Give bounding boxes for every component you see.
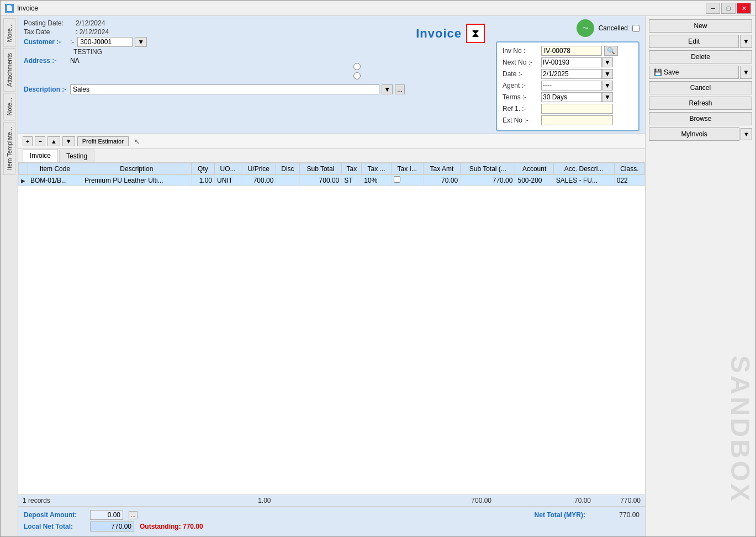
inv-search-btn[interactable]: 🔍 (604, 46, 618, 56)
col-item-code: Item Code (28, 163, 82, 175)
left-sidebar: More... Attachments Note... Item Templat… (1, 16, 18, 536)
customer-name: TESTING (24, 48, 405, 56)
sidebar-tab-item-template[interactable]: Item Template... (3, 122, 15, 175)
deposit-input[interactable] (90, 510, 123, 520)
tabs-row: Invoice Testing (18, 149, 645, 163)
col-uprice: U/Price (241, 163, 276, 175)
edit-dropdown-btn[interactable]: ▼ (740, 35, 752, 48)
agent-input[interactable] (541, 81, 602, 91)
records-count: 1 records (23, 497, 50, 504)
save-label: Save (664, 68, 679, 76)
footer-subtotal: 700.00 (447, 497, 491, 504)
sandbox-watermark: SANDBOX (725, 355, 755, 503)
agent-dropdown[interactable]: ▼ (602, 81, 613, 91)
sidebar-tab-note[interactable]: Note... (3, 93, 15, 120)
move-down-button[interactable]: ▼ (62, 136, 75, 146)
tax-inclusive-check[interactable] (394, 176, 400, 183)
col-description: Description (82, 163, 191, 175)
ref1-input[interactable] (541, 104, 613, 114)
tab-testing[interactable]: Testing (59, 150, 94, 162)
deposit-more-btn[interactable]: ... (129, 511, 138, 519)
next-no-dropdown[interactable]: ▼ (602, 57, 613, 67)
save-button[interactable]: 💾 Save (649, 66, 739, 79)
hourglass-icon: ⧗ (472, 27, 479, 39)
inv-no-row: Inv No : 🔍 (503, 46, 633, 56)
hourglass-button[interactable]: ⧗ (466, 24, 485, 43)
form-center: Invoice ⧗ (416, 19, 485, 43)
cancelled-checkbox[interactable] (632, 25, 639, 32)
close-button[interactable]: ✕ (737, 3, 751, 14)
new-button[interactable]: New (649, 19, 752, 33)
edit-button[interactable]: Edit (649, 35, 739, 48)
maximize-button[interactable]: □ (721, 3, 736, 14)
tax-date-value: : 2/12/2024 (76, 28, 109, 36)
net-total-label: Net Total (MYR): (535, 511, 585, 519)
right-panel: New Edit ▼ Delete 💾 Save ▼ Cancel Refres… (645, 16, 755, 536)
move-up-button[interactable]: ▲ (47, 136, 60, 146)
tab-invoice[interactable]: Invoice (23, 149, 58, 162)
address-label: Address :- (24, 57, 68, 65)
profit-estimator-button[interactable]: Profit Estimator (77, 136, 129, 146)
inv-no-input[interactable] (541, 46, 602, 56)
delete-button[interactable]: Delete (649, 50, 752, 63)
customer-dropdown-btn[interactable]: ▼ (135, 37, 147, 47)
radio-2[interactable] (353, 72, 361, 79)
myinvois-dropdown[interactable]: ▼ (741, 128, 752, 140)
share-icon: ⤳ (583, 24, 588, 32)
sidebar-tab-attachments[interactable]: Attachments (3, 48, 15, 92)
browse-button[interactable]: Browse (649, 112, 752, 125)
desc-more-btn[interactable]: ... (395, 84, 405, 94)
table-container[interactable]: Item Code Description Qty UO... U/Price … (18, 163, 645, 495)
outstanding-value: 770.00 (183, 523, 203, 530)
customer-code-input[interactable] (77, 37, 133, 47)
form-header: Posting Date: 2/12/2024 Tax Date : 2/12/… (18, 16, 645, 134)
save-dropdown-btn[interactable]: ▼ (740, 66, 752, 79)
share-cancelled-row: ⤳ Cancelled (577, 19, 639, 37)
col-arrow (19, 163, 28, 175)
row-arrow-icon: ▶ (21, 178, 25, 184)
description-input[interactable] (70, 84, 379, 94)
address-space (24, 66, 405, 82)
refresh-button[interactable]: Refresh (649, 97, 752, 110)
footer-bar: 1 records 1.00 700.00 70.00 770.00 (18, 495, 645, 506)
inv-date-input[interactable] (541, 69, 602, 79)
content-area: Posting Date: 2/12/2024 Tax Date : 2/12/… (18, 16, 645, 536)
cell-tax-pct: 10% (362, 175, 392, 186)
terms-row: Terms :- ▼ (503, 92, 633, 102)
col-subtotal: Sub Total (299, 163, 342, 175)
tax-date-label: Tax Date (24, 28, 73, 36)
table-header-row: Item Code Description Qty UO... U/Price … (19, 163, 645, 175)
remove-row-button[interactable]: − (35, 136, 45, 146)
col-disc: Disc (276, 163, 299, 175)
cell-uom: UNIT (214, 175, 241, 186)
ext-no-input[interactable] (541, 115, 613, 125)
minimize-button[interactable]: ─ (706, 3, 720, 14)
col-tax-i: Tax I... (391, 163, 423, 175)
form-top: Posting Date: 2/12/2024 Tax Date : 2/12/… (24, 19, 639, 131)
footer-grand: 770.00 (607, 497, 641, 504)
customer-row: Customer :- :- ▼ (24, 37, 405, 47)
sidebar-tab-more[interactable]: More... (3, 18, 15, 47)
date-dropdown[interactable]: ▼ (602, 69, 613, 79)
radio-1[interactable] (353, 63, 361, 70)
desc-dropdown-btn[interactable]: ▼ (382, 84, 393, 94)
terms-input[interactable] (541, 92, 602, 102)
terms-dropdown[interactable]: ▼ (602, 92, 613, 102)
posting-date-row: Posting Date: 2/12/2024 (24, 19, 405, 27)
table-row[interactable]: ▶ BOM-01/B... Premium PU Leather Ulti...… (19, 175, 645, 186)
titlebar-controls: ─ □ ✕ (706, 3, 751, 14)
add-row-button[interactable]: + (23, 136, 33, 146)
col-tax-amt: Tax Amt (423, 163, 460, 175)
inv-panel: Inv No : 🔍 Next No :- ▼ Date :- (496, 41, 639, 131)
local-net-input[interactable] (90, 522, 134, 531)
cell-class: 022 (614, 175, 644, 186)
cell-arrow: ▶ (19, 175, 28, 186)
titlebar-left: 📄 Invoice (5, 4, 38, 13)
myinvois-button[interactable]: MyInvois (649, 127, 739, 141)
share-button[interactable]: ⤳ (577, 19, 594, 37)
posting-date-value: 2/12/2024 (76, 19, 105, 27)
ext-no-row: Ext No :- (503, 115, 633, 125)
cancel-button[interactable]: Cancel (649, 81, 752, 94)
posting-date-label: Posting Date: (24, 19, 73, 27)
next-no-input[interactable] (541, 57, 602, 67)
